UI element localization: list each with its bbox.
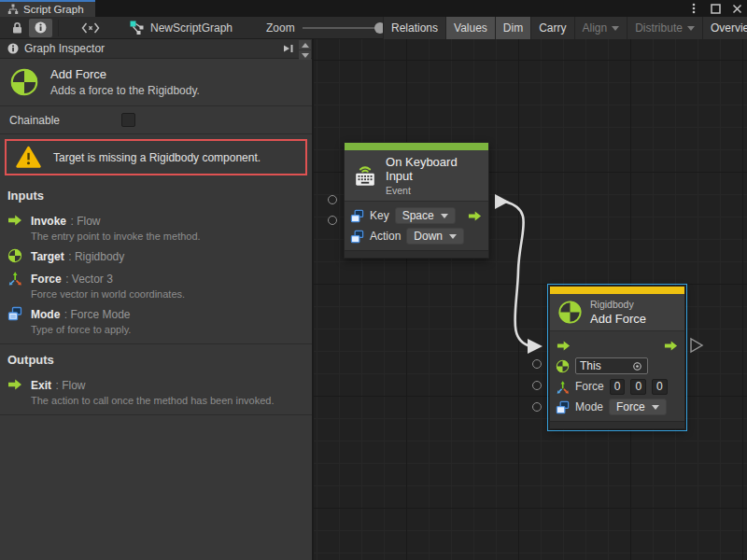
- port-description: Type of force to apply.: [0, 322, 312, 335]
- event-node-footer: [345, 250, 488, 258]
- scroll-down-icon[interactable]: [299, 50, 311, 60]
- chainable-checkbox[interactable]: [121, 113, 135, 127]
- window-close-icon[interactable]: [730, 2, 743, 15]
- port-description: Force vector in world coordinates.: [0, 287, 312, 300]
- mode-label: Mode: [575, 400, 603, 413]
- vector3-icon: [7, 271, 22, 286]
- flow-out-arrow-icon[interactable]: [663, 339, 679, 353]
- panel-scrollbar[interactable]: [299, 40, 311, 60]
- window-maximize-icon[interactable]: [709, 2, 722, 15]
- chevron-down-icon: [652, 405, 659, 410]
- port-description: The action to call once the method has b…: [0, 393, 312, 406]
- add-force-node-body: This Force 0 0 0 Mode Force: [550, 331, 684, 421]
- list-item: Invoke : Flow: [0, 206, 312, 229]
- add-force-node-footer: [550, 421, 684, 428]
- add-force-node[interactable]: Rigidbody Add Force This Force 0 0: [549, 286, 685, 429]
- warning-icon: [16, 146, 41, 169]
- flow-in-arrow-icon[interactable]: [556, 339, 571, 353]
- target-row: This: [556, 356, 679, 376]
- list-item: Force : Vector 3: [0, 264, 312, 287]
- toolbar-separator: [58, 20, 59, 36]
- chainable-label: Chainable: [9, 114, 121, 127]
- mode-dropdown[interactable]: Force: [609, 399, 667, 415]
- enum-icon: [350, 230, 364, 244]
- tab-title: Script Graph: [23, 4, 84, 15]
- force-y-input[interactable]: 0: [630, 379, 646, 395]
- chainable-row: Chainable: [0, 106, 312, 134]
- list-item: Target : Rigidbody: [0, 242, 312, 264]
- keyboard-input-icon: [352, 163, 378, 188]
- inspector-title: Graph Inspector: [24, 42, 105, 55]
- dock-panel-icon[interactable]: [282, 43, 295, 54]
- force-label: Force: [575, 380, 604, 393]
- value-port[interactable]: [328, 195, 337, 204]
- event-node-subtitle: Event: [386, 185, 481, 196]
- add-force-node-title: Add Force: [590, 312, 646, 326]
- add-force-node-kicker: Rigidbody: [590, 299, 646, 310]
- csharp-preview-icon[interactable]: [64, 19, 117, 37]
- unit-description: Adds a force to the Rigidbody.: [50, 84, 200, 97]
- wire-end-port[interactable]: [528, 339, 543, 354]
- flow-arrow-icon[interactable]: [467, 209, 483, 223]
- unity-script-graph-window: { "window": { "tab_title": "Script Graph…: [0, 0, 747, 560]
- value-port[interactable]: [532, 402, 542, 412]
- flow-output-port[interactable]: [691, 339, 702, 352]
- key-label: Key: [370, 209, 389, 222]
- chevron-down-icon: [612, 26, 619, 31]
- value-port[interactable]: [532, 381, 542, 390]
- rigidbody-icon: [557, 300, 583, 325]
- force-row: Force 0 0 0: [556, 376, 679, 397]
- zoom-label: Zoom: [266, 21, 295, 35]
- outputs-title: Outputs: [0, 351, 312, 371]
- target-object-field[interactable]: This: [575, 357, 648, 374]
- inputs-section: Inputs Invoke : Flow The entry point to …: [0, 180, 312, 344]
- graph-canvas[interactable]: On Keyboard Input Event Key Space Action…: [314, 39, 747, 560]
- script-graph-icon: [7, 4, 19, 15]
- flow-arrow-icon: [7, 213, 22, 228]
- enum-icon: [556, 400, 570, 414]
- key-dropdown[interactable]: Space: [395, 207, 456, 224]
- mode-row: Mode Force: [556, 397, 679, 417]
- event-accent-bar: [345, 143, 488, 150]
- window-menu-icon[interactable]: [687, 2, 700, 15]
- flow-connection-wire[interactable]: [505, 202, 531, 346]
- flow-row: [556, 335, 679, 356]
- unit-summary: Add Force Adds a force to the Rigidbody.: [0, 59, 312, 106]
- force-z-input[interactable]: 0: [652, 379, 668, 395]
- relations-button[interactable]: Relations: [383, 17, 445, 39]
- chevron-down-icon: [441, 214, 448, 218]
- align-button: Align: [574, 17, 627, 39]
- tab-script-graph[interactable]: Script Graph: [0, 0, 95, 17]
- graph-inspector-panel: Graph Inspector Add Force Adds a force t…: [0, 39, 314, 560]
- warning-box: Target is missing a Rigidbody component.: [5, 139, 307, 175]
- value-port[interactable]: [532, 359, 542, 369]
- lock-icon[interactable]: [6, 19, 29, 37]
- list-item: Mode : Force Mode: [0, 300, 312, 322]
- flow-arrow-icon: [7, 377, 22, 392]
- overview-button[interactable]: Overview: [702, 17, 747, 39]
- chevron-down-icon: [687, 26, 695, 31]
- chevron-down-icon: [449, 234, 457, 239]
- info-icon: [7, 43, 19, 54]
- graph-asset-icon: [130, 21, 145, 35]
- event-node-body: Key Space Action Down: [345, 202, 488, 250]
- force-x-input[interactable]: 0: [610, 379, 626, 395]
- outputs-section: Outputs Exit : Flow The action to call o…: [0, 344, 312, 415]
- info-icon: [35, 21, 47, 34]
- object-picker-icon[interactable]: [631, 360, 643, 372]
- values-button[interactable]: Values: [445, 17, 495, 39]
- action-dropdown[interactable]: Down: [406, 228, 464, 245]
- carry-button[interactable]: Carry: [530, 17, 573, 39]
- event-node[interactable]: On Keyboard Input Event Key Space Action…: [344, 142, 489, 259]
- vector3-icon: [556, 380, 570, 394]
- graph-name-label: NewScriptGraph: [150, 21, 233, 35]
- inspector-toggle-button[interactable]: [29, 19, 52, 37]
- graph-asset[interactable]: NewScriptGraph: [130, 21, 233, 35]
- rigidbody-icon: [7, 248, 22, 263]
- scroll-up-icon[interactable]: [299, 40, 311, 49]
- wire-start-port[interactable]: [495, 194, 509, 209]
- enum-icon: [350, 209, 364, 223]
- zoom-slider[interactable]: [303, 21, 387, 35]
- value-port[interactable]: [328, 216, 337, 225]
- dim-button[interactable]: Dim: [495, 17, 530, 39]
